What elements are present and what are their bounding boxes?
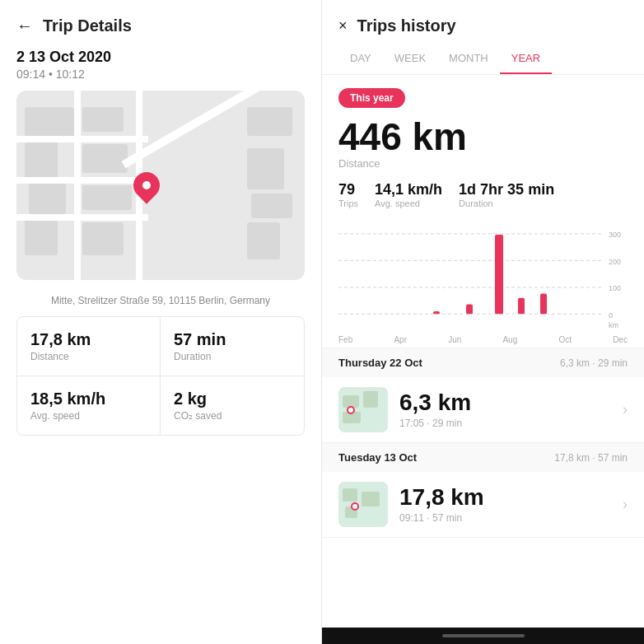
sub-stat-trips-value: 79 xyxy=(338,181,358,198)
trip-item-2[interactable]: 17,8 km 09:11 · 57 min › xyxy=(322,472,644,538)
trip-date: 2 13 Oct 2020 xyxy=(16,49,305,66)
close-button[interactable]: × xyxy=(338,17,348,35)
left-panel: ← Trip Details 2 13 Oct 2020 09:14 • 10:… xyxy=(0,0,322,644)
sub-stat-trips: 79 Trips xyxy=(338,181,358,208)
trip-time-detail-1: 17:05 · 29 min xyxy=(399,418,623,429)
stat-duration: 57 min Duration xyxy=(161,317,304,376)
trip-km-1: 6,3 km xyxy=(399,390,623,416)
tab-bar: DAY WEEK MONTH YEAR xyxy=(322,44,644,75)
sub-stat-avg-speed-label: Avg. speed xyxy=(375,198,442,208)
chart-svg: 300 200 100 0 xyxy=(338,225,628,332)
stat-distance: 17,8 km Distance xyxy=(17,317,161,376)
stat-duration-value: 57 min xyxy=(174,330,291,349)
svg-rect-10 xyxy=(433,311,440,314)
this-year-badge: This year xyxy=(338,88,405,108)
svg-text:km: km xyxy=(609,320,618,329)
chart-container: 300 200 100 0 xyxy=(322,225,644,332)
svg-rect-11 xyxy=(466,304,473,314)
bottom-bar xyxy=(322,628,644,644)
svg-rect-24 xyxy=(343,488,357,502)
chart-label-aug: Aug xyxy=(502,335,517,344)
trip-details-header: ← Trip Details xyxy=(16,16,305,35)
chart-label-apr: Apr xyxy=(394,335,407,344)
trip-chevron-2: › xyxy=(623,496,628,513)
stat-duration-label: Duration xyxy=(174,351,291,362)
stat-co2: 2 kg CO₂ saved xyxy=(161,376,304,435)
sub-stat-avg-speed: 14,1 km/h Avg. speed xyxy=(375,181,442,208)
stat-co2-value: 2 kg xyxy=(174,390,291,408)
trip-thumb-2 xyxy=(338,482,388,527)
svg-text:100: 100 xyxy=(609,284,621,292)
back-button[interactable]: ← xyxy=(16,16,33,35)
trip-item-1[interactable]: 6,3 km 17:05 · 29 min › xyxy=(322,377,644,443)
svg-rect-19 xyxy=(363,391,378,408)
svg-text:300: 300 xyxy=(609,231,621,239)
trip-date-section: 2 13 Oct 2020 09:14 • 10:12 xyxy=(16,49,305,81)
sub-stat-trips-label: Trips xyxy=(338,198,358,208)
map-container xyxy=(16,91,305,280)
trip-day-header-1: Thursday 22 Oct 6,3 km · 29 min xyxy=(322,348,644,377)
svg-rect-25 xyxy=(362,492,380,506)
trip-thumb-1 xyxy=(338,387,388,432)
stat-speed-value: 18,5 km/h xyxy=(30,390,147,408)
big-distance: 446 km xyxy=(338,118,628,156)
right-header: × Trips history xyxy=(322,0,644,44)
trip-day-name-1: Thursday 22 Oct xyxy=(338,357,422,369)
bottom-indicator xyxy=(442,634,525,637)
map-address: Mitte, Strelitzer Straße 59, 10115 Berli… xyxy=(16,290,305,306)
svg-rect-13 xyxy=(518,298,525,315)
tab-year[interactable]: YEAR xyxy=(500,44,552,74)
trip-thumb-map-1 xyxy=(338,387,388,432)
trip-time-detail-2: 09:11 · 57 min xyxy=(399,512,623,524)
map-bg xyxy=(16,91,305,280)
trip-day-meta-1: 6,3 km · 29 min xyxy=(560,357,628,369)
chart-label-feb: Feb xyxy=(338,335,352,344)
svg-text:0: 0 xyxy=(609,310,613,319)
trip-info-2: 17,8 km 09:11 · 57 min xyxy=(399,485,623,524)
right-title: Trips history xyxy=(357,16,456,35)
sub-stat-avg-speed-value: 14,1 km/h xyxy=(375,181,442,198)
sub-stat-duration-label: Duration xyxy=(459,198,554,208)
trip-info-1: 6,3 km 17:05 · 29 min xyxy=(399,390,623,429)
svg-point-22 xyxy=(348,408,353,413)
trip-day-meta-2: 17,8 km · 57 min xyxy=(554,452,628,464)
svg-rect-14 xyxy=(540,293,547,314)
sub-stat-duration: 1d 7hr 35 min Duration xyxy=(459,181,554,208)
stat-speed: 18,5 km/h Avg. speed xyxy=(17,376,161,435)
trip-chevron-1: › xyxy=(623,401,628,418)
chart-label-oct: Oct xyxy=(558,335,572,344)
svg-rect-12 xyxy=(495,235,503,314)
page-title: Trip Details xyxy=(43,16,132,35)
map-pin xyxy=(128,166,165,203)
stat-co2-label: CO₂ saved xyxy=(174,410,291,422)
trip-time: 09:14 • 10:12 xyxy=(16,68,305,81)
stats-grid: 17,8 km Distance 57 min Duration 18,5 km… xyxy=(16,316,305,436)
right-panel: × Trips history DAY WEEK MONTH YEAR This… xyxy=(322,0,644,644)
sub-stat-duration-value: 1d 7hr 35 min xyxy=(459,181,554,198)
stat-distance-label: Distance xyxy=(30,351,147,362)
year-stats: This year 446 km Distance 79 Trips 14,1 … xyxy=(322,75,644,225)
trips-list: Thursday 22 Oct 6,3 km · 29 min xyxy=(322,348,644,538)
trip-day-header-2: Tuesday 13 Oct 17,8 km · 57 min xyxy=(322,443,644,472)
trip-day-name-2: Tuesday 13 Oct xyxy=(338,451,417,464)
svg-rect-18 xyxy=(343,395,359,408)
chart-label-jun: Jun xyxy=(448,335,461,344)
stat-speed-label: Avg. speed xyxy=(30,410,147,422)
svg-text:200: 200 xyxy=(609,257,621,265)
chart-label-dec: Dec xyxy=(613,335,628,344)
stat-distance-value: 17,8 km xyxy=(30,330,147,349)
chart-axis-labels: Feb Apr Jun Aug Oct Dec xyxy=(322,335,644,344)
big-distance-label: Distance xyxy=(338,157,628,170)
svg-point-28 xyxy=(352,504,357,509)
year-sub-stats: 79 Trips 14,1 km/h Avg. speed 1d 7hr 35 … xyxy=(338,181,628,208)
tab-month[interactable]: MONTH xyxy=(437,44,500,74)
trip-km-2: 17,8 km xyxy=(399,485,623,511)
tab-week[interactable]: WEEK xyxy=(383,44,437,74)
trip-thumb-map-2 xyxy=(338,482,388,527)
right-content: This year 446 km Distance 79 Trips 14,1 … xyxy=(322,75,644,628)
tab-day[interactable]: DAY xyxy=(338,44,383,74)
